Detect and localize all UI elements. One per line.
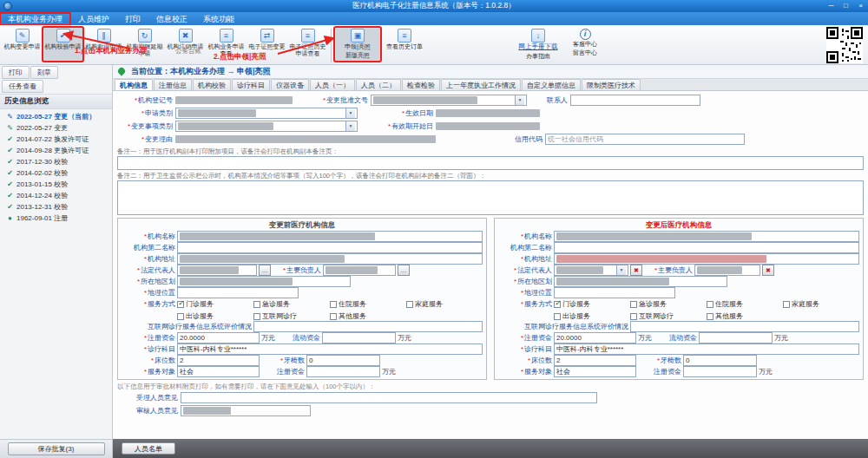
history-item[interactable]: ✔2013-12-31 校验	[0, 201, 112, 213]
tab-restricted-tech[interactable]: 限制类医疗技术	[582, 79, 641, 90]
beds-field[interactable]: 2	[554, 355, 636, 366]
menu-item-system[interactable]: 系统功能	[195, 13, 242, 25]
menu-item-print[interactable]: 打印	[117, 13, 148, 25]
maximize-button[interactable]: □	[838, 1, 853, 11]
business-view-button[interactable]: ≡ 机构业务申请查看	[206, 27, 247, 62]
tab-custom-doc[interactable]: 自定义单据信息	[522, 79, 581, 90]
checkbox-outpatient[interactable]	[554, 301, 561, 308]
approval-no-combo[interactable]: ▼	[371, 95, 527, 106]
checkbox-visiting[interactable]	[177, 313, 184, 320]
minimize-button[interactable]: ─	[824, 1, 838, 11]
principal-field[interactable]	[694, 265, 760, 276]
tab-register-info[interactable]: 注册信息	[154, 79, 192, 90]
tab-staff-1[interactable]: 人员（一）	[310, 79, 355, 90]
capital-input[interactable]	[306, 366, 380, 377]
history-item[interactable]: ✔2013-01-15 校验	[0, 179, 112, 190]
history-item[interactable]: ✔2014-12-24 校验	[0, 190, 112, 201]
checkbox-family[interactable]	[406, 301, 413, 308]
note2-textarea[interactable]	[117, 180, 864, 215]
history-item[interactable]: ✎2022-05-27 变更（当前）	[0, 111, 112, 122]
history-item[interactable]: ●1962-09-01 注册	[0, 213, 112, 224]
menu-item-correction[interactable]: 信息校正	[148, 13, 195, 25]
history-item[interactable]: ✎2022-05-27 变更	[0, 122, 112, 134]
license-history-button[interactable]: ≡ 电子证照历史申请查看	[287, 27, 328, 62]
save-reply-button[interactable]: 保存批复(3)	[8, 442, 105, 455]
legal-rep-field[interactable]	[177, 265, 257, 276]
change-type-combo[interactable]: ▼	[175, 121, 358, 132]
float-capital-input[interactable]	[699, 332, 773, 344]
credit-code-input[interactable]: 统一社会信用代码	[545, 134, 745, 145]
ellipsis-button[interactable]: …	[398, 265, 410, 276]
org-second-name-input[interactable]	[177, 242, 483, 253]
sidebar-tab-print[interactable]: 打印	[2, 66, 30, 79]
float-capital-input[interactable]	[322, 332, 396, 344]
org-second-name-input[interactable]	[554, 242, 859, 253]
checkbox-internet[interactable]	[253, 313, 260, 320]
checkbox-visiting[interactable]	[554, 313, 561, 320]
history-item[interactable]: ✔2014-02-02 校验	[0, 167, 112, 179]
chairs-field[interactable]: 0	[306, 355, 380, 366]
sidebar-tab-tasks[interactable]: 任务查看	[2, 80, 43, 93]
checkbox-outpatient[interactable]	[177, 301, 184, 308]
checkbox-emergency[interactable]	[253, 301, 260, 308]
chairs-field[interactable]: 0	[683, 355, 757, 366]
checkbox-inpatient[interactable]	[707, 301, 713, 308]
org-name-field[interactable]	[554, 231, 859, 242]
contact-input[interactable]	[570, 95, 700, 106]
subjects-field[interactable]: 中医科-内科专业******	[177, 344, 483, 355]
tab-last-year[interactable]: 上一年度执业工作情况	[441, 79, 521, 90]
checkbox-other[interactable]	[707, 313, 713, 320]
capital-input[interactable]	[683, 366, 757, 377]
menu-item-staff[interactable]: 人员维护	[70, 13, 117, 25]
close-button[interactable]: ×	[853, 1, 868, 11]
checkbox-family[interactable]	[783, 301, 790, 308]
service-target-field[interactable]: 社会	[177, 366, 260, 377]
tab-subjects[interactable]: 诊疗科目	[232, 79, 270, 90]
service-target-field[interactable]: 社会	[554, 366, 636, 377]
subjects-field[interactable]: 中医科-内科专业******	[554, 344, 859, 355]
checkbox-emergency[interactable]	[630, 301, 637, 308]
apply-type-combo[interactable]: ▼	[175, 108, 358, 119]
license-change-button[interactable]: ⇄ 电子证照变更	[247, 27, 287, 62]
principal-field[interactable]	[323, 265, 396, 276]
reg-capital-field[interactable]: 20.0000	[554, 332, 636, 344]
extend-apply-button[interactable]: ↻ 机构期限延期申请	[124, 27, 165, 62]
tab-org-info[interactable]: 机构信息	[115, 79, 153, 90]
tab-inspection[interactable]: 检查检验	[402, 79, 440, 90]
clear-icon[interactable]: ✖	[630, 265, 642, 276]
note1-textarea[interactable]	[117, 156, 864, 170]
cancel-apply-button[interactable]: ✖ 机构注销申请	[165, 27, 206, 62]
sidebar-tab-seal[interactable]: 刻章	[30, 66, 58, 79]
org-address-field[interactable]	[177, 253, 483, 265]
review-opinion-field[interactable]	[181, 405, 311, 416]
ellipsis-button[interactable]: …	[259, 265, 271, 276]
accept-opinion-input[interactable]	[181, 392, 597, 403]
history-item[interactable]: ✔2014-09-28 更换许可证	[0, 145, 112, 156]
history-item[interactable]: ✔2014-07-22 换发许可证	[0, 134, 112, 145]
district-field[interactable]	[177, 276, 351, 287]
manual-download-button[interactable]: ↓ 网上手册下载 办事指南	[515, 27, 562, 62]
tab-verify[interactable]: 机构校验	[193, 79, 231, 90]
reg-capital-field[interactable]: 20.0000	[177, 332, 260, 344]
history-orders-button[interactable]: ≡ 查看历史订单	[381, 27, 428, 62]
internet-eval-input[interactable]	[630, 321, 859, 332]
geo-input[interactable]	[177, 287, 299, 298]
geo-input[interactable]	[554, 287, 675, 298]
internet-eval-input[interactable]	[253, 321, 483, 332]
apply-license-button[interactable]: ▣ 申领|亮照 新版亮照	[334, 27, 381, 62]
clear-icon[interactable]: ✖	[762, 265, 774, 276]
history-item[interactable]: ✔2017-12-30 校验	[0, 156, 112, 167]
beds-field[interactable]: 2	[177, 355, 260, 366]
suspend-apply-button[interactable]: ∥ 机构歇业申请	[83, 27, 124, 62]
org-address-field[interactable]	[554, 253, 859, 265]
staff-list-button[interactable]: 人员名单	[122, 442, 175, 455]
menu-item-org-business[interactable]: 本机构业务办理	[0, 13, 70, 25]
tab-equipment[interactable]: 仪器设备	[271, 79, 309, 90]
tab-staff-2[interactable]: 人员（二）	[356, 79, 401, 90]
service-center-button[interactable]: i 客服中心 留言中心	[562, 27, 608, 62]
change-apply-button[interactable]: ✎ 机构变更申请	[2, 27, 43, 62]
legal-rep-combo[interactable]: ▼	[554, 265, 628, 276]
checkbox-inpatient[interactable]	[330, 301, 337, 308]
verify-apply-button[interactable]: ✔ 机构校验申请	[43, 27, 83, 62]
district-field[interactable]	[554, 276, 727, 287]
